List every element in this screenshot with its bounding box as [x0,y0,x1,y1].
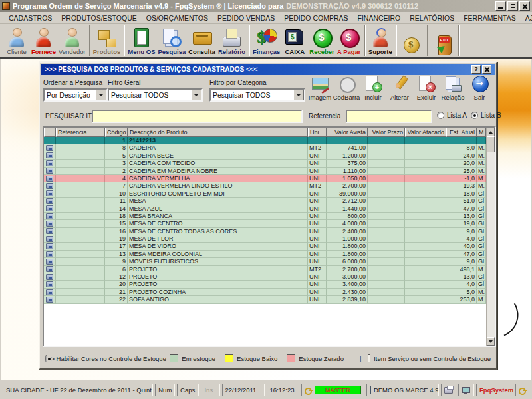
dialog-titlebar[interactable]: >>> PESQUISA DOS PRODUTOS & SERVIÇOS CAD… [41,64,495,75]
scroll-down-icon [489,340,493,345]
row-image-icon [46,213,53,219]
incluir-button[interactable]: Incluir [360,75,386,101]
product-row[interactable]: 14MESA AZULUNI1.440,0047,0Gl [44,205,486,213]
toolbar-menu-os[interactable]: Menu OS [126,27,156,56]
menu-ferramentas[interactable]: FERRAMENTAS [459,13,521,23]
product-row[interactable]: 10ESCRITORIO COMPLETO EM MDFUNI39.000,00… [44,190,486,198]
toolbar-label-vendedor: Vendedor [59,48,86,55]
status-time: 16:12:23 [267,384,300,396]
chevron-down-icon[interactable] [96,90,106,100]
scroll-track[interactable] [487,152,495,337]
toolbar-pesquisa[interactable]: Pesquisa [157,27,188,56]
menu-os-or-amentos[interactable]: OS/ORÇAMENTOS [142,13,213,23]
excluir-button[interactable]: Excluir [413,75,440,101]
relacao-button[interactable]: Relação [440,75,466,101]
product-row[interactable]: 5CADEIRA BEGEUNI1.200,0024,0M. [44,152,486,160]
product-row[interactable]: 9MOVEIS FUTURISTICOSUNI6.000,009,0Gl [44,258,486,265]
status-ins: Ins [201,384,219,396]
chevron-down-icon[interactable] [191,90,201,100]
column-header-c-digo[interactable]: Código [105,128,128,137]
products-grid: ReferenciaCódigoDescrição do ProdutoUniV… [43,126,496,347]
enable-colors-radio[interactable] [45,355,47,362]
reference-input[interactable] [346,110,432,123]
menu-pedido-compras[interactable]: PEDIDO COMPRAS [279,13,352,23]
product-row[interactable]: 2CADEIRA EM MADEIRA NOBREUNI1.110,0025,0… [44,168,486,175]
product-row[interactable]: 21PROJETO COZINHAUNI2.430,005,0M. [44,289,486,296]
alterar-button[interactable]: Alterar [386,75,413,101]
product-row[interactable]: 4CADEIRA VERMELHAUNI1.050,00-1,0M. [44,175,486,182]
grid-scrollbar[interactable] [486,128,495,346]
search-item-input[interactable] [92,110,303,123]
toolbar-fornece[interactable]: Fornece [30,27,57,56]
minimize-button[interactable] [495,1,506,11]
toolbar-label-financas: Finanças [253,48,280,55]
toolbar-a-pagar[interactable]: A Pagar [336,27,362,56]
scroll-down-button[interactable] [487,337,495,346]
sair-button[interactable]: Sair [466,75,493,101]
row-image-icon [46,228,53,234]
product-row[interactable]: 16MESA DE CENTRO TODAS AS CORESUNI2.400,… [44,228,486,235]
menu-ajuda[interactable]: AJUDA [521,13,532,23]
restore-button[interactable] [507,1,518,11]
column-header-icon[interactable] [44,128,56,137]
product-row[interactable]: 13MESA MDEIRA COLONIALUNI1.800,0047,0Gl [44,251,486,258]
menu-produtos-estoque[interactable]: PRODUTOS/ESTOQUE [57,13,141,23]
column-header-uni[interactable]: Uni [308,128,327,137]
product-row[interactable]: 3CADEIRA COM TECIDOUNI375,0020,0M. [44,160,486,167]
toolbar-financas[interactable]: Finanças [251,27,281,56]
product-row[interactable]: 121412213 [44,137,486,144]
status-bar: SUA CIDADE - UF 22 de Dezembro de 2011 -… [1,382,531,398]
imagem-button[interactable]: Imagem [307,75,333,101]
product-row[interactable]: 15MESA DE CENTROUNI4.000,0019,0Gl [44,220,486,227]
cash-book-icon [284,27,305,48]
product-row[interactable]: 22SOFA ANTIGOUNI2.839,10253,0M. [44,296,486,303]
column-header-valor-atacado[interactable]: Valor Atacado [405,128,446,137]
toolbar-moeda[interactable] [398,34,425,56]
codbarra-button[interactable]: CodBarra [333,75,360,101]
dialog-close-button[interactable] [482,65,491,74]
column-header-est-atual[interactable]: Est. Atual [446,128,477,137]
toolbar-produtos[interactable]: Produtos [92,27,122,56]
product-row[interactable]: 8CADEIRAMT2741,008,0M. [44,144,486,152]
toolbar-relatorio[interactable]: Relatório [217,27,247,56]
scroll-up-button[interactable] [487,128,495,136]
row-image-icon [46,274,53,280]
product-row[interactable]: 17MESA DE VIDROUNI1.800,0040,0Gl [44,243,486,250]
column-header-valor-avista[interactable]: Valor Avista [327,128,368,137]
toolbar-vendedor[interactable]: Vendedor [57,27,87,56]
menu-cadastros[interactable]: CADASTROS [4,13,57,23]
menu-bar: CADASTROSPRODUTOS/ESTOQUEOS/ORÇAMENTOSPE… [0,12,532,24]
radio-lista-a[interactable]: Lista A [437,112,467,119]
menu-financeiro[interactable]: FINANCEIRO [353,13,406,23]
column-header-referencia[interactable]: Referencia [56,128,105,137]
column-header-descri-o-do-produto[interactable]: Descrição do Produto [128,128,308,137]
combo-filtro-geral[interactable]: Pesquisar TODOS [108,88,203,102]
close-button[interactable] [519,1,530,11]
product-row[interactable]: 11MESAUNI2.712,0051,0Gl [44,198,486,205]
product-row[interactable]: 18MESA BRANCAUNI800,0013,0Gl [44,213,486,220]
toolbar-receber[interactable]: Receber [308,27,336,56]
toolbar-label-produtos: Produtos [93,48,121,55]
dialog-help-button[interactable]: ? [471,65,481,74]
chevron-down-icon[interactable] [293,90,304,100]
alterar-label: Alterar [390,94,409,101]
product-row[interactable]: 7CADEIRA VERMELHA LINDO ESTILOMT22.700,0… [44,182,486,190]
menu-relat-rios[interactable]: RELATÓRIOS [405,13,459,23]
combo-filtro-categoria[interactable]: Pesquisar TODOS [209,88,305,102]
toolbar-cliente[interactable]: Cliente [3,27,30,56]
toolbar-sair-aplicacao[interactable]: EXIT [430,34,456,56]
combo-ordenar-pesquisa[interactable]: Por Descrição [43,88,108,102]
radio-lista-b[interactable]: Lista B [471,112,501,119]
product-row[interactable]: 19MESA DE FLORUNI1.000,004,0Gl [44,235,486,243]
product-row[interactable]: 12PROJETOUNI3.000,0013,0Gl [44,273,486,281]
toolbar-consulta[interactable]: Consulta [187,27,217,56]
toolbar-suporte[interactable]: Suporte [367,27,394,56]
product-row[interactable]: 20PROJETOUNI3.400,004,0Gl [44,281,486,288]
column-header-valor-prazo[interactable]: Valor Prazo [368,128,405,137]
toolbar-caixa[interactable]: CAIXA [281,27,308,56]
column-header-m[interactable]: M [477,128,486,137]
stock-color-legend: > Habilitar Cores no Controle de Estoque… [45,352,491,364]
product-row[interactable]: 6PROJETOMT22.700,00498,1M. [44,266,486,273]
menu-pedido-vendas[interactable]: PEDIDO VENDAS [213,13,279,23]
scroll-thumb[interactable] [487,136,495,152]
